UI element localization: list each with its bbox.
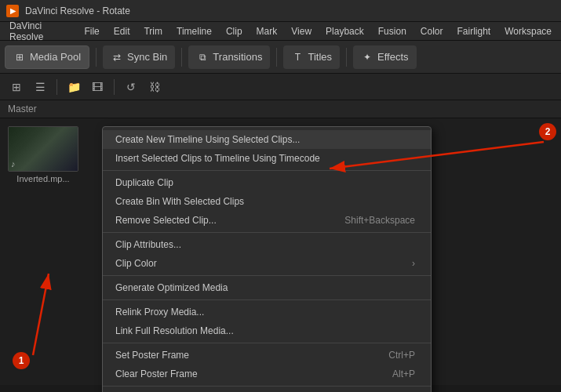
clip-thumbnail-image — [9, 127, 78, 171]
effects-button[interactable]: ✦ Effects — [353, 45, 417, 69]
menu-file[interactable]: File — [78, 24, 105, 38]
sync-bin-icon: ⇄ — [111, 51, 123, 64]
menu-bar: DaVinci Resolve File Edit Trim Timeline … — [0, 22, 561, 41]
filter-button[interactable]: ⛓ — [144, 77, 165, 97]
media-pool-label: Media Pool — [30, 51, 81, 63]
ctx-relink-proxy-label: Relink Proxy Media... — [115, 307, 204, 318]
menu-playback[interactable]: Playback — [319, 24, 370, 38]
sub-divider-2 — [114, 79, 115, 95]
menu-trim[interactable]: Trim — [137, 24, 169, 38]
effects-icon: ✦ — [361, 51, 373, 64]
ctx-duplicate-clip-label: Duplicate Clip — [115, 177, 173, 188]
toolbar-divider-3 — [276, 48, 277, 67]
ctx-create-new-timeline-label: Create New Timeline Using Selected Clips… — [115, 134, 300, 145]
ctx-clear-poster-frame-shortcut: Alt+P — [392, 368, 415, 379]
ctx-clip-attributes-label: Clip Attributes... — [115, 239, 181, 250]
new-bin-button[interactable]: 📁 — [64, 77, 84, 97]
app-icon: ▶ — [6, 5, 19, 17]
effects-label: Effects — [377, 51, 409, 63]
ctx-generate-optimized[interactable]: Generate Optimized Media — [103, 278, 431, 297]
menu-clip[interactable]: Clip — [220, 24, 249, 38]
transitions-label: Transitions — [213, 51, 262, 63]
ctx-clear-poster-frame-label: Clear Poster Frame — [115, 368, 198, 379]
ctx-sep-2 — [103, 232, 431, 233]
menu-view[interactable]: View — [285, 24, 318, 38]
titles-button[interactable]: T Titles — [283, 45, 340, 69]
transitions-button[interactable]: ⧉ Transitions — [188, 45, 270, 69]
ctx-sep-3 — [103, 275, 431, 276]
badge-1: 1 — [13, 352, 30, 369]
ctx-duplicate-clip[interactable]: Duplicate Clip — [103, 173, 431, 192]
ctx-set-poster-frame-shortcut: Ctrl+P — [388, 350, 415, 361]
ctx-link-full-res-label: Link Full Resolution Media... — [115, 325, 234, 336]
ctx-insert-selected-clips[interactable]: Insert Selected Clips to Timeline Using … — [103, 149, 431, 168]
toolbar-divider-1 — [96, 48, 97, 67]
ctx-relink-selected[interactable]: Relink Selected Clips... — [103, 389, 431, 392]
media-pool-button[interactable]: ⊞ Media Pool — [5, 45, 89, 69]
ctx-relink-proxy[interactable]: Relink Proxy Media... — [103, 303, 431, 321]
toolbar-divider-4 — [346, 48, 347, 67]
list-view-button[interactable]: ☰ — [30, 77, 50, 97]
menu-mark[interactable]: Mark — [250, 24, 284, 38]
ctx-set-poster-frame[interactable]: Set Poster Frame Ctrl+P — [103, 346, 431, 365]
ctx-generate-optimized-label: Generate Optimized Media — [115, 282, 228, 293]
sync-bin-button[interactable]: ⇄ Sync Bin — [103, 45, 175, 69]
media-pool-icon: ⊞ — [13, 51, 26, 64]
transitions-icon: ⧉ — [196, 51, 209, 64]
ctx-sep-4 — [103, 299, 431, 300]
window-title: DaVinci Resolve - Rotate — [25, 5, 130, 16]
toolbar-divider-2 — [181, 48, 182, 67]
ctx-clip-color-label: Clip Color — [115, 258, 157, 269]
title-bar: ▶ DaVinci Resolve - Rotate — [0, 0, 561, 22]
ctx-sep-1 — [103, 170, 431, 171]
content-area: Inverted.mp... 1 2 Create New Timeline U… — [0, 118, 561, 385]
ctx-remove-clip-shortcut: Shift+Backspace — [344, 215, 415, 226]
ctx-clip-color[interactable]: Clip Color › — [103, 254, 431, 273]
menu-workspace[interactable]: Workspace — [498, 24, 558, 38]
context-menu: Create New Timeline Using Selected Clips… — [102, 126, 432, 392]
grid-view-button[interactable]: ⊞ — [6, 77, 27, 97]
menu-color[interactable]: Color — [414, 24, 450, 38]
ctx-set-poster-frame-label: Set Poster Frame — [115, 350, 189, 361]
ctx-create-bin-label: Create Bin With Selected Clips — [115, 196, 244, 207]
titles-icon: T — [291, 51, 304, 64]
ctx-clip-attributes[interactable]: Clip Attributes... — [103, 235, 431, 254]
ctx-clear-poster-frame[interactable]: Clear Poster Frame Alt+P — [103, 365, 431, 383]
ctx-create-new-timeline[interactable]: Create New Timeline Using Selected Clips… — [103, 130, 431, 149]
ctx-remove-clip-label: Remove Selected Clip... — [115, 215, 217, 226]
menu-fairlight[interactable]: Fairlight — [451, 24, 497, 38]
clip-item[interactable]: Inverted.mp... — [8, 126, 78, 183]
menu-edit[interactable]: Edit — [107, 24, 137, 38]
sort-button[interactable]: ↺ — [121, 77, 141, 97]
ctx-create-bin[interactable]: Create Bin With Selected Clips — [103, 192, 431, 211]
ctx-link-full-res[interactable]: Link Full Resolution Media... — [103, 321, 431, 340]
toolbar: ⊞ Media Pool ⇄ Sync Bin ⧉ Transitions T … — [0, 41, 561, 74]
menu-fusion[interactable]: Fusion — [372, 24, 413, 38]
ctx-sep-6 — [103, 386, 431, 387]
ctx-insert-selected-clips-label: Insert Selected Clips to Timeline Using … — [115, 153, 320, 164]
ctx-sep-5 — [103, 343, 431, 343]
ctx-clip-color-arrow: › — [412, 258, 415, 269]
badge-2: 2 — [539, 123, 556, 140]
svg-line-3 — [33, 274, 49, 355]
ctx-remove-clip[interactable]: Remove Selected Clip... Shift+Backspace — [103, 211, 431, 230]
menu-timeline[interactable]: Timeline — [170, 24, 218, 38]
new-timeline-button[interactable]: 🎞 — [87, 77, 107, 97]
menu-davinci[interactable]: DaVinci Resolve — [3, 19, 76, 44]
sub-toolbar: ⊞ ☰ 📁 🎞 ↺ ⛓ — [0, 74, 561, 100]
titles-label: Titles — [308, 51, 332, 63]
sub-divider-1 — [56, 79, 57, 95]
clip-thumbnail — [8, 126, 78, 172]
clip-name: Inverted.mp... — [8, 174, 78, 183]
master-label: Master — [0, 100, 561, 118]
sync-bin-label: Sync Bin — [127, 51, 167, 63]
